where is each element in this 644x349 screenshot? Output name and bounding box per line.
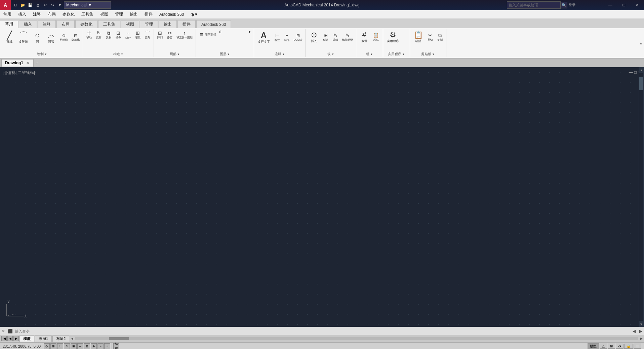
scroll-track[interactable]	[639, 73, 643, 321]
tab-close-btn[interactable]: ✕	[25, 61, 30, 65]
tab-insert[interactable]: 插入	[19, 20, 37, 28]
sheet-layout1[interactable]: 布局1	[35, 336, 52, 342]
trim-btn[interactable]: ✂ 修剪	[165, 30, 174, 40]
circle-btn[interactable]: ○ 圆	[31, 30, 44, 46]
sheet-layout2[interactable]: 布局2	[52, 336, 69, 342]
paste-block-btn[interactable]: 📋 粘贴	[371, 30, 381, 45]
stretch-btn[interactable]: ↔ 拉伸	[123, 30, 133, 40]
tab-output[interactable]: 输出	[159, 20, 177, 28]
menu-tools[interactable]: 工具集	[78, 10, 97, 19]
tab-param[interactable]: 参数化	[75, 20, 97, 28]
edit-block-btn[interactable]: ✎ 编辑	[331, 30, 340, 45]
cmd-history-btn[interactable]: ▶	[637, 328, 644, 335]
h-scroll-right[interactable]: ▶	[639, 336, 644, 341]
draw-group-label[interactable]: 绘制 ▼	[1, 52, 83, 56]
plot-btn[interactable]: 🖨	[34, 2, 41, 8]
minimize-drawing-btn[interactable]: —	[629, 70, 633, 75]
bom-btn[interactable]: ⊞ BOM表	[292, 30, 304, 46]
scale-btn[interactable]: ⊞ 缩放	[133, 30, 143, 40]
dyn-toggle[interactable]: ⊕	[91, 343, 97, 349]
collapse-btn[interactable]: ▲	[639, 41, 643, 45]
move-btn[interactable]: ✛ 移动	[84, 30, 94, 40]
create-block-btn[interactable]: ⊞ 创建	[321, 30, 330, 45]
h-scroll-thumb[interactable]	[109, 337, 129, 340]
h-scroll-left[interactable]: ◀	[69, 336, 75, 341]
menu-changyon[interactable]: 常用	[0, 10, 15, 19]
redo-btn[interactable]: ↪	[49, 2, 56, 8]
menu-view[interactable]: 视图	[97, 10, 112, 19]
paste-main-btn[interactable]: 📋 粘贴	[411, 30, 425, 45]
tp-toggle[interactable]: ⊿	[104, 343, 110, 349]
fillet-btn[interactable]: ⌒ 圆角	[143, 30, 152, 40]
annotation-scale-btn[interactable]: △	[600, 344, 607, 349]
scroll-thumb[interactable]	[639, 77, 643, 90]
h-scroll-track[interactable]	[75, 337, 638, 340]
rotate-btn[interactable]: ↻ 旋转	[94, 30, 104, 40]
array-btn[interactable]: ⊞ 阵列	[155, 30, 165, 40]
canvas-area[interactable]: [-][俯视][二维线框] — □ ✕ Y X ▲ ▼	[0, 67, 644, 327]
multiline-text-btn[interactable]: A 多行文字	[255, 30, 272, 46]
menu-manage[interactable]: 管理	[112, 10, 126, 19]
menu-autodesk360[interactable]: Autodesk 360	[156, 10, 187, 19]
minimize-button[interactable]: —	[604, 0, 617, 10]
horizontal-scrollbar[interactable]: ◀ ▶	[69, 336, 644, 341]
line-btn[interactable]: ╱ 直线	[3, 30, 16, 46]
search-btn[interactable]: 🔍	[561, 2, 567, 8]
polyline-btn[interactable]: ⌒ 多段线	[16, 30, 30, 46]
dim-btn[interactable]: ⊢ 标注	[273, 30, 282, 46]
group-group-label[interactable]: 组 ▼	[356, 52, 383, 56]
menu-extra[interactable]: ◑▼	[187, 10, 201, 19]
snap-toggle[interactable]: ⊹	[44, 343, 50, 349]
arc-btn[interactable]: ⌓ 圆弧	[44, 30, 58, 46]
construct-group-label[interactable]: 构造 ▼	[83, 52, 154, 56]
open-btn[interactable]: 📂	[19, 2, 26, 8]
maximize-button[interactable]: □	[617, 0, 631, 10]
tab-view[interactable]: 视图	[121, 20, 139, 28]
tab-addins[interactable]: 插件	[177, 20, 196, 28]
menu-annotate[interactable]: 注释	[30, 10, 44, 19]
scroll-down-btn[interactable]: ▼	[639, 321, 644, 327]
utility-group-label[interactable]: 实用程序 ▼	[383, 52, 410, 56]
insert-block-btn[interactable]: ⊕ 插入	[307, 30, 321, 45]
vertical-scrollbar[interactable]: ▲ ▼	[639, 67, 644, 327]
polar-toggle[interactable]: ⊙	[64, 343, 70, 349]
constline-btn[interactable]: ⊘ 构造线	[58, 30, 70, 46]
local-group-label[interactable]: 局部 ▼	[154, 52, 196, 56]
drawing-tab-1[interactable]: Drawing1 ✕	[1, 59, 34, 67]
app-icon[interactable]: A	[0, 0, 11, 10]
new-btn[interactable]: 🗋	[12, 2, 19, 8]
copy-clip-btn[interactable]: ⧉ 复制	[435, 30, 445, 45]
mirror-btn[interactable]: ⊡ 镜像	[114, 30, 123, 40]
lw-toggle[interactable]: ≡	[97, 343, 104, 349]
ribbon-collapse[interactable]: ▲	[639, 29, 643, 57]
undo-btn[interactable]: ↩	[42, 2, 48, 8]
layer-manager-btn[interactable]: ≡ 图层特性	[197, 30, 219, 40]
menu-addins[interactable]: 插件	[141, 10, 156, 19]
workspace-dropdown[interactable]: Mechanical ▼	[64, 1, 111, 9]
command-input[interactable]	[13, 329, 631, 333]
cmd-expand-btn[interactable]: ⬛	[7, 328, 13, 335]
tab-toolsets[interactable]: 工具集	[98, 20, 120, 28]
tab-layout[interactable]: 布局	[56, 20, 75, 28]
search-input[interactable]	[507, 1, 561, 9]
osnap-toggle[interactable]: ⊠	[71, 343, 77, 349]
otrack-toggle[interactable]: ∞	[77, 343, 83, 349]
struct-btn[interactable]: 结构	[113, 343, 119, 349]
grid-toggle[interactable]: ⊞	[50, 343, 56, 349]
add-drawing-btn[interactable]: +	[34, 60, 40, 66]
copy-btn[interactable]: ⧉ 复制	[104, 30, 113, 40]
restore-drawing-btn[interactable]: □	[634, 70, 637, 75]
settings-btn[interactable]: ⚙	[616, 344, 623, 349]
close-button[interactable]: ✕	[631, 0, 644, 10]
tab-annotate[interactable]: 注释	[38, 20, 56, 28]
quantity-btn[interactable]: # 数量	[358, 30, 371, 45]
sheet-nav-prev[interactable]: ◀	[7, 336, 13, 341]
menu-layout[interactable]: 布局	[44, 10, 59, 19]
symbol-btn[interactable]: ± 符号	[282, 30, 292, 46]
tab-manage[interactable]: 管理	[140, 20, 158, 28]
layer-group-label[interactable]: 图层 ▼	[196, 52, 254, 56]
menu-output[interactable]: 输出	[126, 10, 141, 19]
block-group-label[interactable]: 块 ▼	[306, 52, 356, 56]
ortho-toggle[interactable]: ⊢	[57, 343, 63, 349]
hideline-btn[interactable]: ⊟ 隐藏线	[70, 30, 81, 46]
